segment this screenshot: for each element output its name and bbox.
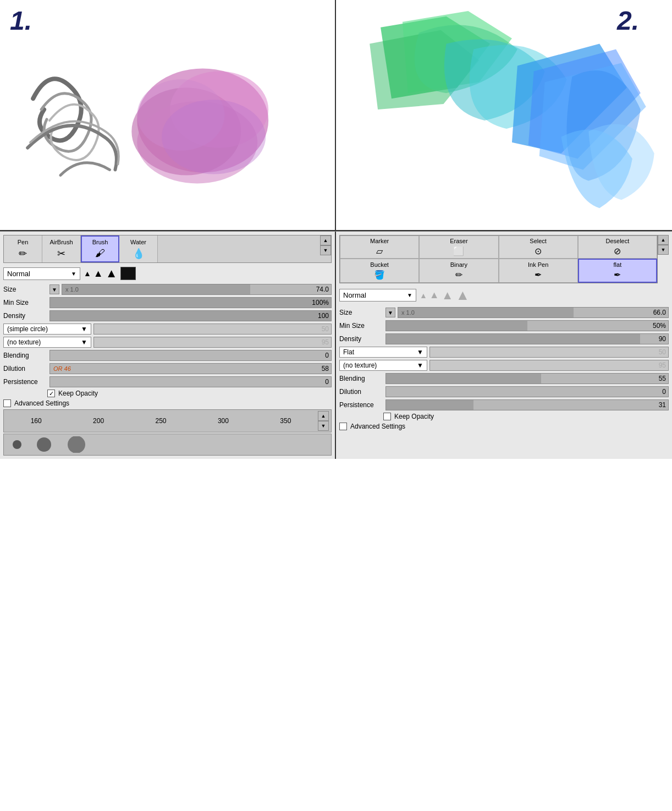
size-label-left: Size (3, 286, 47, 293)
advanced-label-left: Advanced Settings (14, 399, 69, 407)
left-blend-label: Normal (7, 270, 30, 278)
density-label-right: Density (339, 335, 383, 343)
shape-value-left: 50 (93, 324, 332, 335)
brush-circle-large[interactable] (60, 436, 93, 453)
brush-size-250[interactable]: 250 (131, 416, 191, 426)
tab-bucket[interactable]: Bucket 🪣 (340, 259, 419, 283)
brush-circle-medium[interactable] (30, 436, 58, 453)
brush-size-300[interactable]: 300 (193, 416, 253, 426)
binary-icon: ✏ (455, 270, 462, 280)
brush-circles-row (3, 434, 332, 456)
shape-dropdown-right[interactable]: Flat ▼ (339, 347, 427, 358)
tab-brush[interactable]: Brush 🖌 (81, 235, 119, 262)
brush-size-row-left: 160 200 250 300 350 ▲ ▼ (3, 409, 332, 432)
right-tab-scroll-down[interactable]: ▼ (658, 245, 669, 255)
right-blend-select[interactable]: Normal ▼ (339, 289, 416, 302)
right-tab-scroll-up[interactable]: ▲ (658, 235, 669, 245)
right-persistence-row: Persistence 31 (339, 399, 669, 410)
tab-marker-label: Marker (370, 238, 389, 244)
density-label-left: Density (3, 312, 47, 320)
tab-ink-pen[interactable]: Ink Pen ✒ (499, 259, 578, 283)
right-minsize-row: Min Size 50% (339, 320, 669, 331)
tab-airbrush[interactable]: AirBrush ✂ (42, 235, 81, 262)
advanced-checkbox-left[interactable] (3, 399, 11, 407)
persistence-slider-right[interactable]: 31 (385, 399, 669, 410)
right-tool-tabs-wrapper: Marker ▱ Eraser ⬜ Select ⊙ Deselect ⊘ B (339, 235, 669, 283)
left-minsize-row: Min Size 100% (3, 297, 332, 308)
texture-arrow-left: ▼ (81, 338, 87, 346)
size-minus-right[interactable]: ▼ (385, 308, 395, 317)
brush-shape-medium-right[interactable]: ▲ (429, 289, 439, 301)
brush-shape-xlarge-right[interactable]: ▲ (455, 287, 470, 304)
persistence-slider-left[interactable]: 0 (49, 376, 332, 387)
minsize-slider-right[interactable]: 50% (385, 320, 669, 331)
deselect-icon: ⊘ (614, 246, 621, 256)
minsize-slider-left[interactable]: 100% (49, 297, 332, 308)
left-texture-row: (no texture) ▼ 95 (3, 337, 332, 348)
tab-brush-label: Brush (92, 239, 108, 245)
dilution-hint-left: OR 46 (53, 365, 71, 372)
blending-slider-right[interactable]: 55 (385, 373, 669, 384)
ink-pen-icon: ✒ (535, 270, 542, 280)
tab-binary[interactable]: Binary ✏ (419, 259, 498, 283)
brush-circle-small[interactable] (6, 436, 28, 453)
dilution-label-right: Dilution (339, 388, 383, 396)
tab-scroll-down[interactable]: ▼ (320, 245, 331, 255)
tab-pen[interactable]: Pen ✏ (4, 235, 42, 262)
minsize-value-left: 100% (312, 299, 329, 306)
shape-label-right: Flat (343, 348, 354, 356)
keep-opacity-checkbox-right[interactable] (383, 413, 391, 420)
pen-icon: ✏ (19, 248, 27, 260)
blending-value-left: 0 (325, 352, 329, 359)
density-slider-left[interactable]: 100 (49, 310, 332, 321)
size-slider-right[interactable]: x 1.0 66.0 (398, 307, 669, 318)
brush-shape-large-right[interactable]: ▲ (442, 288, 454, 303)
left-advanced-row: Advanced Settings (3, 399, 332, 407)
texture-dropdown-left[interactable]: (no texture) ▼ (3, 337, 91, 348)
shape-dropdown-left[interactable]: (simple circle) ▼ (3, 324, 91, 335)
texture-dropdown-right[interactable]: (no texture) ▼ (339, 360, 427, 371)
right-density-row: Density 90 (339, 333, 669, 344)
advanced-checkbox-right[interactable] (339, 423, 347, 430)
brush-shape-small-right[interactable]: ▲ (420, 291, 427, 300)
tab-deselect[interactable]: Deselect ⊘ (578, 235, 657, 259)
left-keep-opacity-row: Keep Opacity (3, 390, 332, 397)
size-value-right: 66.0 (653, 309, 666, 316)
size-slider-left[interactable]: x 1.0 74.0 (62, 284, 332, 295)
dilution-slider-left[interactable]: OR 46 58 (49, 363, 332, 374)
texture-value-right: 95 (429, 360, 669, 371)
left-shape-row: (simple circle) ▼ 50 (3, 324, 332, 335)
blending-label-left: Blending (3, 352, 47, 359)
keep-opacity-checkbox-left[interactable] (47, 390, 55, 397)
shape-label-left: (simple circle) (7, 325, 48, 333)
tab-scroll-up[interactable]: ▲ (320, 235, 331, 245)
tab-flat[interactable]: flat ✒ (578, 259, 657, 283)
size-minus-left[interactable]: ▼ (49, 284, 59, 294)
brush-size-200[interactable]: 200 (68, 416, 128, 426)
dilution-slider-right[interactable]: 0 (385, 386, 669, 397)
tab-select[interactable]: Select ⊙ (499, 235, 578, 259)
left-persistence-row: Persistence 0 (3, 376, 332, 387)
svg-point-6 (13, 440, 21, 449)
density-slider-right[interactable]: 90 (385, 333, 669, 344)
brush-shape-medium[interactable]: ▲ (93, 268, 103, 280)
left-blend-row: Normal ▼ ▲ ▲ ▲ (3, 266, 332, 281)
brush-scroll-down[interactable]: ▼ (318, 421, 329, 431)
brush-shape-small[interactable]: ▲ (84, 269, 91, 278)
brush-shape-large[interactable]: ▲ (106, 266, 118, 281)
left-blend-select[interactable]: Normal ▼ (3, 267, 80, 280)
right-dilution-row: Dilution 0 (339, 386, 669, 397)
tab-marker[interactable]: Marker ▱ (340, 235, 419, 259)
tab-eraser[interactable]: Eraser ⬜ (419, 235, 498, 259)
left-panel: Pen ✏ AirBrush ✂ Brush 🖌 Water 💧 ▲ ▼ (0, 232, 336, 459)
brush-size-350[interactable]: 350 (256, 416, 316, 426)
blending-slider-left[interactable]: 0 (49, 350, 332, 361)
brush-size-160[interactable]: 160 (6, 416, 66, 426)
right-canvas-label: 2. (617, 6, 639, 36)
dilution-value-left: 58 (322, 365, 329, 372)
advanced-label-right: Advanced Settings (350, 423, 405, 430)
brush-scroll-up[interactable]: ▲ (318, 411, 329, 421)
right-canvas: 2. (336, 0, 672, 231)
tab-water[interactable]: Water 💧 (119, 235, 158, 262)
color-swatch-left[interactable] (120, 267, 136, 280)
